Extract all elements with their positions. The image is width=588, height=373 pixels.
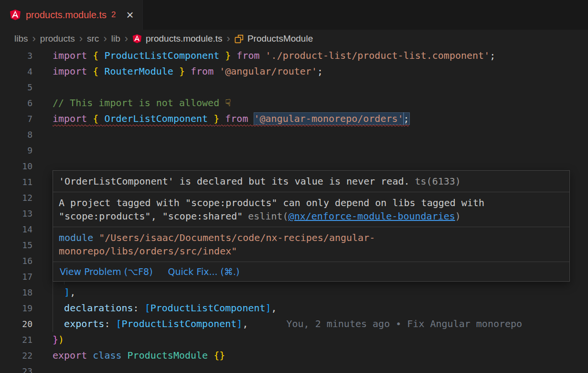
breadcrumb-label: products.module.ts — [146, 33, 223, 44]
line-number[interactable]: 5 — [0, 79, 32, 95]
hover-eslint-diagnostic: A project tagged with "scope:products" c… — [53, 192, 569, 227]
breadcrumb-label: lib — [111, 33, 120, 44]
pointing-down-emoji: ☟ — [225, 97, 231, 109]
code-token: from — [225, 113, 248, 124]
code-line-content: import { ProductListComponent } from './… — [53, 48, 495, 64]
line-number[interactable]: 17 — [0, 269, 32, 285]
code-token: } — [179, 66, 185, 77]
code-line-7[interactable]: 7import { OrderListComponent } from '@an… — [0, 111, 588, 127]
chevron-right-icon: › — [99, 33, 111, 45]
tab-products-module[interactable]: products.module.ts 2 × — [0, 0, 143, 30]
hover-tooltip: 'OrderListComponent' is declared but its… — [53, 170, 570, 282]
eslint-rule-link[interactable]: @nx/enforce-module-boundaries — [289, 210, 455, 222]
code-token — [87, 50, 93, 61]
code-token: ; — [490, 50, 495, 61]
code-line-3[interactable]: 3import { ProductListComponent } from '.… — [0, 48, 588, 64]
breadcrumb-item-lib[interactable]: lib — [111, 33, 120, 44]
code-token: , — [271, 302, 277, 314]
code-token: ; — [404, 113, 409, 124]
line-number[interactable]: 21 — [0, 332, 32, 348]
breadcrumb-label: products — [40, 33, 75, 44]
code-token — [219, 50, 225, 61]
eslint-source-prefix: eslint( — [248, 210, 288, 222]
code-line-9[interactable]: 9 — [0, 143, 588, 158]
breadcrumb-item-libs[interactable]: libs — [14, 33, 28, 44]
code-token — [173, 66, 179, 77]
code-line-19[interactable]: 19 declarations: [ProductListComponent], — [0, 300, 588, 316]
code-token: class — [93, 350, 121, 361]
code-line-18[interactable]: 18 ], — [0, 285, 588, 300]
code-line-content: export class ProductsModule {} — [53, 348, 225, 363]
code-token — [248, 113, 254, 124]
code-token: declarations — [64, 302, 133, 314]
code-token: ProductListComponent — [150, 302, 266, 314]
line-number[interactable]: 8 — [0, 127, 32, 143]
module-path: "/Users/isaac/Documents/code/nx-recipes/… — [59, 232, 375, 257]
line-number[interactable]: 19 — [0, 300, 32, 316]
hover-status-bar: View Problem (⌥F8) Quick Fix... (⌘.) — [53, 262, 569, 281]
line-number[interactable]: 7 — [0, 111, 32, 127]
code-token: ] — [64, 286, 70, 298]
code-line-8[interactable]: 8 — [0, 127, 588, 143]
breadcrumb-item-productsmodule[interactable]: ProductsModule — [235, 33, 313, 44]
line-number[interactable]: 22 — [0, 348, 32, 363]
view-problem-link[interactable]: View Problem (⌥F8) — [60, 266, 153, 277]
code-line-5[interactable]: 5 — [0, 79, 588, 95]
close-icon[interactable]: × — [126, 9, 133, 21]
code-line-content: ], — [53, 285, 75, 300]
line-number[interactable]: 9 — [0, 143, 32, 158]
quick-fix-link[interactable]: Quick Fix... (⌘.) — [168, 266, 240, 277]
module-keyword: module — [59, 232, 93, 243]
code-token: [ — [116, 318, 121, 329]
code-token: {} — [214, 350, 225, 361]
code-token: '@angular-monorepo/orders' — [254, 113, 404, 124]
line-number[interactable]: 10 — [0, 158, 32, 174]
git-blame-annotation: You, 2 minutes ago • Fix Angular monorep… — [286, 318, 522, 329]
code-token: [ — [145, 302, 150, 314]
code-token — [87, 113, 93, 124]
line-number[interactable]: 6 — [0, 95, 32, 111]
code-token — [185, 66, 191, 77]
chevron-right-icon: › — [28, 33, 40, 45]
tab-problem-count: 2 — [111, 10, 116, 20]
line-number[interactable]: 23 — [0, 363, 32, 373]
ts-diagnostic-source: ts(6133) — [415, 176, 461, 187]
code-line-4[interactable]: 4import { RouterModule } from '@angular/… — [0, 64, 588, 79]
line-number[interactable]: 3 — [0, 48, 32, 64]
code-token — [122, 350, 128, 361]
code-token: exports — [64, 318, 104, 329]
line-number[interactable]: 18 — [0, 285, 32, 300]
code-line-21[interactable]: 21}) — [0, 332, 588, 348]
code-line-22[interactable]: 22export class ProductsModule {} — [0, 348, 588, 363]
code-token: { — [93, 50, 98, 61]
code-line-6[interactable]: 6// This import is not allowed ☟ — [0, 95, 588, 111]
line-number[interactable]: 20 — [0, 316, 32, 332]
code-token — [208, 113, 214, 124]
code-token: ProductListComponent — [104, 50, 219, 61]
line-number[interactable]: 4 — [0, 64, 32, 79]
code-line-23[interactable]: 23 — [0, 363, 588, 373]
code-line-content: import { OrderListComponent } from '@ang… — [53, 111, 409, 127]
breadcrumb-item-products[interactable]: products — [40, 33, 75, 44]
code-token — [87, 350, 93, 361]
code-token — [231, 50, 236, 61]
code-token — [260, 50, 266, 61]
hover-module-info: module"/Users/isaac/Documents/code/nx-re… — [53, 227, 569, 262]
code-line-20[interactable]: 20 exports: [ProductListComponent],You, … — [0, 316, 588, 332]
line-number[interactable]: 11 — [0, 174, 32, 190]
breadcrumb-item-src[interactable]: src — [87, 33, 99, 44]
angular-icon — [132, 34, 142, 44]
line-number[interactable]: 13 — [0, 206, 32, 221]
line-number[interactable]: 12 — [0, 190, 32, 206]
code-token: OrderListComponent — [104, 113, 208, 124]
ts-diagnostic-message: 'OrderListComponent' is declared but its… — [59, 176, 410, 187]
code-token — [98, 50, 104, 61]
line-number[interactable]: 14 — [0, 221, 32, 237]
code-token: , — [242, 318, 248, 329]
code-token: , — [70, 286, 75, 298]
line-number[interactable]: 15 — [0, 237, 32, 253]
code-line-content: // This import is not allowed ☟ — [53, 95, 231, 111]
code-token: from — [236, 50, 259, 61]
breadcrumb-item-products-module-ts[interactable]: products.module.ts — [132, 33, 223, 44]
line-number[interactable]: 16 — [0, 253, 32, 269]
